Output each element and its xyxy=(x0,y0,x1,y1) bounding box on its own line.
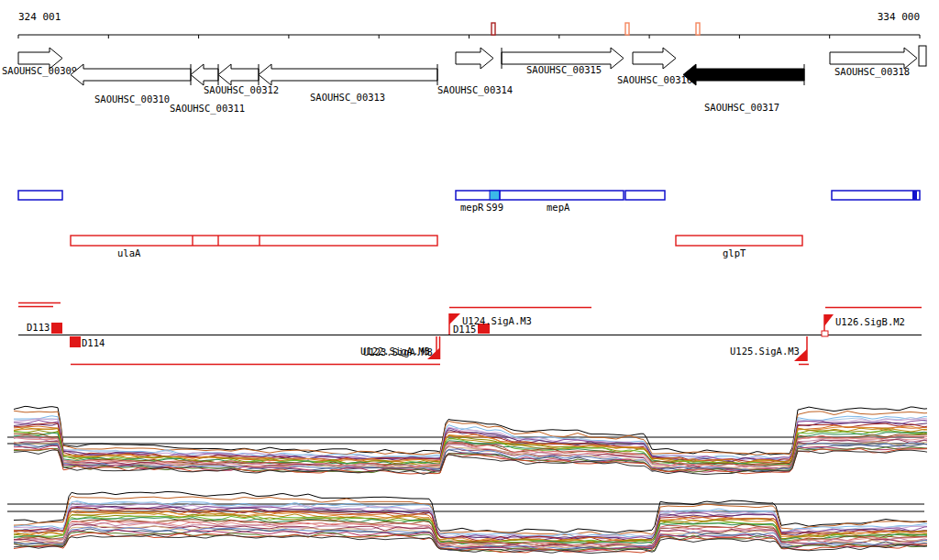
gene-arrow-SAOUHSC_00317[interactable] xyxy=(683,64,804,85)
operon-solid-segment xyxy=(912,191,917,200)
tss-open-square xyxy=(822,331,828,336)
operon-label: S99 xyxy=(486,202,503,213)
gene-arrow-SAOUHSC_00312[interactable] xyxy=(218,64,259,85)
tss-label-D113: D113 xyxy=(27,322,50,333)
expression-panel-upper xyxy=(7,406,927,474)
operon-highlight-segment[interactable] xyxy=(490,191,500,200)
ruler-end-coordinate: 334 000 xyxy=(878,11,920,23)
feature-box-glpT[interactable] xyxy=(676,236,802,246)
genome-browser-view: 324 001 334 000 SAOUHSC_00309SAOUHSC_003… xyxy=(0,0,939,560)
gene-label: SAOUHSC_00315 xyxy=(526,64,602,76)
tss-label-U123.SigA.M8: U123.SigA.M8 xyxy=(363,346,433,357)
terminator-mark[interactable] xyxy=(625,23,629,35)
tss-label-U126.SigB.M2: U126.SigB.M2 xyxy=(835,316,905,327)
gene-label: SAOUHSC_00312 xyxy=(204,84,279,96)
feature-box-ulaA[interactable] xyxy=(71,236,437,246)
expression-panels xyxy=(7,406,927,553)
gene-arrow-SAOUHSC_00310[interactable] xyxy=(71,64,191,85)
tss-label-U125.SigA.M3: U125.SigA.M3 xyxy=(730,346,800,357)
operon-box[interactable] xyxy=(456,191,624,200)
tss-flag-U126.SigB.M2[interactable] xyxy=(824,314,834,326)
gene-label: SAOUHSC_00311 xyxy=(170,103,245,115)
ruler-start-coordinate: 324 001 xyxy=(18,11,61,23)
expression-panel-lower xyxy=(7,492,927,554)
tss-terminator-track: D113D114D115U122.SigA.M3U123.SigA.M8U124… xyxy=(18,303,922,365)
feature-track: ulaAglpT xyxy=(71,236,802,258)
operon-box[interactable] xyxy=(18,191,62,200)
gene-partial-box[interactable] xyxy=(919,46,926,66)
tss-label-U124.SigA.M3: U124.SigA.M3 xyxy=(462,315,532,326)
operon-box[interactable] xyxy=(625,191,665,200)
gene-arrow-SAOUHSC_00316[interactable] xyxy=(633,48,676,69)
terminator-mark[interactable] xyxy=(492,23,495,35)
gene-label: SAOUHSC_00318 xyxy=(834,66,910,78)
gene-label: SAOUHSC_00317 xyxy=(704,102,779,114)
gene-label: SAOUHSC_00313 xyxy=(310,92,385,104)
operon-track: mepRS99mepA xyxy=(18,191,920,213)
gene-arrow-SAOUHSC_00313[interactable] xyxy=(259,64,437,85)
gene-label: SAOUHSC_00310 xyxy=(94,93,170,105)
gene-track: SAOUHSC_00309SAOUHSC_00310SAOUHSC_00311S… xyxy=(2,46,926,115)
genome-browser-svg: 324 001 334 000 SAOUHSC_00309SAOUHSC_003… xyxy=(0,0,939,560)
expression-profile-line xyxy=(14,516,927,544)
feature-label: glpT xyxy=(723,247,746,258)
operon-box[interactable] xyxy=(832,191,920,200)
ruler-track xyxy=(18,23,920,38)
terminator-square-D113[interactable] xyxy=(51,323,62,334)
gene-arrow-SAOUHSC_00314[interactable] xyxy=(456,48,493,69)
gene-arrow-SAOUHSC_00311[interactable] xyxy=(191,64,218,85)
feature-label: ulaA xyxy=(117,247,141,258)
operon-label: mepR xyxy=(460,202,484,213)
terminator-square-D114[interactable] xyxy=(70,336,81,347)
gene-label: SAOUHSC_00316 xyxy=(617,74,692,86)
operon-label: mepA xyxy=(547,202,570,213)
gene-label: SAOUHSC_00309 xyxy=(2,65,77,77)
tss-label-D114: D114 xyxy=(82,337,105,348)
terminator-mark[interactable] xyxy=(696,23,700,35)
gene-label: SAOUHSC_00314 xyxy=(437,84,513,96)
